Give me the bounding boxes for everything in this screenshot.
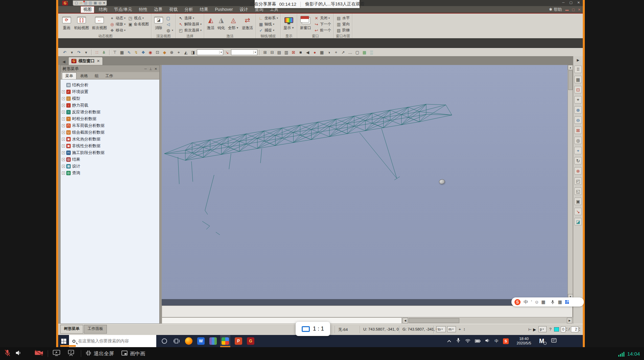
toolbar-icon-30[interactable]: ◀ bbox=[304, 49, 311, 55]
small-unit-select[interactable]: p▾ bbox=[538, 326, 547, 332]
expand-icon[interactable]: + bbox=[62, 97, 65, 100]
toolbar-icon-32[interactable]: ▦ bbox=[319, 49, 325, 55]
ribbon-button-动态[interactable]: ⌖动态▾ bbox=[109, 15, 126, 21]
ribbon-button-移动[interactable]: ❖移动▾ bbox=[109, 27, 126, 33]
tree-tab-表格[interactable]: 表格 bbox=[77, 73, 91, 79]
tree-item-时程分析数据[interactable]: +~时程分析数据 bbox=[62, 115, 158, 122]
expand-icon[interactable]: + bbox=[62, 158, 65, 161]
toolbar-icon-24[interactable]: ⊞ bbox=[262, 49, 268, 55]
view-toolbar-icon-5[interactable]: ⊖ bbox=[574, 116, 582, 124]
menu-item-分析[interactable]: 分析 bbox=[182, 6, 195, 13]
tree-item-模型[interactable]: +⌂模型 bbox=[62, 95, 158, 102]
qat-dropdown-icon[interactable]: ▾ bbox=[103, 1, 105, 5]
open-file-icon[interactable]: ▱ bbox=[79, 1, 82, 5]
status-icon-2[interactable]: ↕ bbox=[463, 327, 465, 331]
view-toolbar-icon-13[interactable]: ▣ bbox=[574, 198, 582, 205]
print-preview-icon[interactable]: ◎ bbox=[99, 1, 102, 5]
toolbar-icon-10[interactable]: ⇖ bbox=[126, 49, 132, 55]
tray-notification-icon[interactable] bbox=[551, 338, 557, 344]
expand-icon[interactable]: + bbox=[62, 124, 65, 127]
ribbon-button-阶梯[interactable]: ▧阶梯 bbox=[336, 27, 350, 33]
toolbar-icon-28[interactable]: ⊠ bbox=[290, 49, 297, 55]
ribbon-button-竖向[interactable]: ▥竖向 bbox=[336, 21, 350, 27]
ribbon-button-解除选择[interactable]: ↖解除选择▾ bbox=[178, 21, 202, 27]
toolbar-icon-17[interactable]: ⌖ bbox=[176, 49, 182, 55]
tray-microphone-icon[interactable] bbox=[456, 338, 461, 344]
vertical-scroll-thumb[interactable] bbox=[568, 70, 573, 90]
toolbar-combo-box[interactable]: ▾ bbox=[231, 49, 257, 55]
taskbar-midas-gen-icon[interactable]: G bbox=[247, 337, 255, 345]
ribbon-button-下一个[interactable]: ↪下一个 bbox=[313, 21, 332, 27]
ime-toolbox-icon[interactable] bbox=[565, 300, 569, 304]
page-current-field[interactable]: 0 bbox=[561, 327, 566, 332]
panel-close-icon[interactable]: ✕ bbox=[155, 67, 157, 71]
ribbon-button-捕捉[interactable]: ✓捕捉▾ bbox=[258, 27, 279, 33]
page-total-spinner[interactable]: ▴▾ bbox=[579, 327, 580, 332]
color-swatch[interactable] bbox=[554, 327, 559, 332]
ribbon-button-缩放[interactable]: ◎缩放▾ bbox=[109, 21, 126, 27]
view-toolbar-icon-6[interactable]: ⊠ bbox=[574, 127, 582, 134]
view-toolbar-icon-1[interactable]: ▦ bbox=[574, 76, 582, 83]
expand-icon[interactable]: + bbox=[62, 144, 65, 148]
toolbar-icon-26[interactable]: ▤ bbox=[276, 49, 282, 55]
taskbar-winrar-icon[interactable] bbox=[209, 337, 217, 345]
tree-item-静力荷载[interactable]: +↓静力荷载 bbox=[62, 102, 158, 109]
ime-keyboard-icon[interactable]: ▦ bbox=[558, 299, 562, 305]
page-current-spinner[interactable]: ▴▾ bbox=[566, 327, 567, 332]
tree-item-非线性分析数据[interactable]: +▣非线性分析数据 bbox=[62, 142, 158, 149]
bottom-tab-树形菜单[interactable]: 树形菜单 bbox=[60, 325, 83, 334]
menu-item-荷载[interactable]: 荷载 bbox=[167, 6, 180, 13]
taskbar-task-view-icon[interactable] bbox=[172, 337, 181, 345]
tray-im-app-icon[interactable]: M bbox=[539, 338, 547, 345]
view-toolbar-icon-2[interactable]: ⊡ bbox=[574, 86, 582, 93]
length-unit-select[interactable]: m▾ bbox=[447, 326, 456, 332]
maximize-icon[interactable]: ▢ bbox=[569, 1, 572, 4]
horizontal-scrollbar[interactable]: ◀ ▶ bbox=[162, 317, 573, 324]
horizontal-scroll-thumb[interactable] bbox=[409, 318, 459, 323]
view-toolbar-icon-14[interactable]: ↘ bbox=[574, 208, 582, 215]
doc-close-icon[interactable]: ✕ bbox=[578, 8, 581, 12]
toolbar-icon-31[interactable]: ● bbox=[312, 49, 318, 55]
toolbar-icon-16[interactable]: ⊕ bbox=[168, 49, 175, 55]
tray-wifi-icon[interactable] bbox=[465, 338, 470, 344]
ribbon-button-选择[interactable]: ↖选择▾ bbox=[178, 15, 202, 21]
toolbar-icon-33[interactable]: ◑ bbox=[326, 49, 332, 55]
toolbar-icon-3[interactable]: ▾ bbox=[83, 49, 89, 55]
toolbar-icon-18[interactable]: ◭ bbox=[183, 49, 189, 55]
picture-in-picture-button[interactable]: 画中画 bbox=[130, 351, 145, 357]
status-icon-1[interactable]: + bbox=[459, 327, 461, 331]
help-menu[interactable]: ✱帮助 bbox=[549, 7, 562, 13]
menu-item-视图[interactable]: 视图 bbox=[80, 6, 94, 13]
ribbon-button-坐标系[interactable]: ∟坐标系▾ bbox=[258, 15, 279, 21]
camera-off-icon[interactable] bbox=[34, 350, 43, 357]
toolbar-icon-39[interactable]: ░ bbox=[368, 49, 375, 55]
picture-in-picture-icon[interactable] bbox=[121, 351, 128, 357]
view-toolbar-icon-3[interactable]: ⌖ bbox=[574, 96, 582, 104]
toolbar-icon-5[interactable]: ∷ bbox=[94, 49, 100, 55]
toolbar-icon-34[interactable]: + bbox=[333, 49, 339, 55]
tab-close-icon[interactable]: ✕ bbox=[97, 59, 100, 63]
bottom-tab-工作面板[interactable]: 工作面板 bbox=[84, 325, 107, 334]
new-file-icon[interactable]: ▢ bbox=[75, 1, 78, 5]
menu-item-节点/单元[interactable]: 节点/单元 bbox=[112, 6, 134, 13]
ribbon-button-box[interactable]: ▢ bbox=[165, 15, 174, 21]
ime-mic-icon[interactable] bbox=[551, 300, 555, 305]
tray-clock[interactable]: 18:402020/5/5 bbox=[513, 337, 535, 345]
tab-model-window[interactable]: G 模型窗口 ✕ bbox=[68, 57, 103, 65]
ribbon-button-前次选择[interactable]: ◰前次选择▾ bbox=[178, 27, 202, 33]
menu-item-边界[interactable]: 边界 bbox=[152, 6, 165, 13]
tree-item-设计[interactable]: +▦设计 bbox=[62, 163, 158, 170]
expand-icon[interactable]: + bbox=[62, 117, 65, 120]
ribbon-button-前一个[interactable]: ↩前一个 bbox=[313, 27, 332, 33]
tray-sogou-icon[interactable]: S bbox=[503, 338, 509, 344]
menu-item-结构[interactable]: 结构 bbox=[96, 6, 110, 13]
expand-icon[interactable]: + bbox=[62, 172, 65, 175]
ribbon-button-钝化[interactable]: ◮钝化 bbox=[216, 14, 226, 31]
toolbar-icon-29[interactable]: ■ bbox=[297, 49, 304, 55]
save-as-icon[interactable]: ◫ bbox=[89, 1, 92, 5]
view-toolbar-icon-9[interactable]: ↻ bbox=[574, 157, 582, 164]
ribbon-button-水平[interactable]: ▤水平 bbox=[336, 15, 350, 21]
expand-icon[interactable]: + bbox=[62, 151, 65, 154]
status-play-icon[interactable]: ▶ bbox=[533, 327, 536, 332]
tree-item-结果[interactable]: +▤结果 bbox=[62, 156, 158, 163]
